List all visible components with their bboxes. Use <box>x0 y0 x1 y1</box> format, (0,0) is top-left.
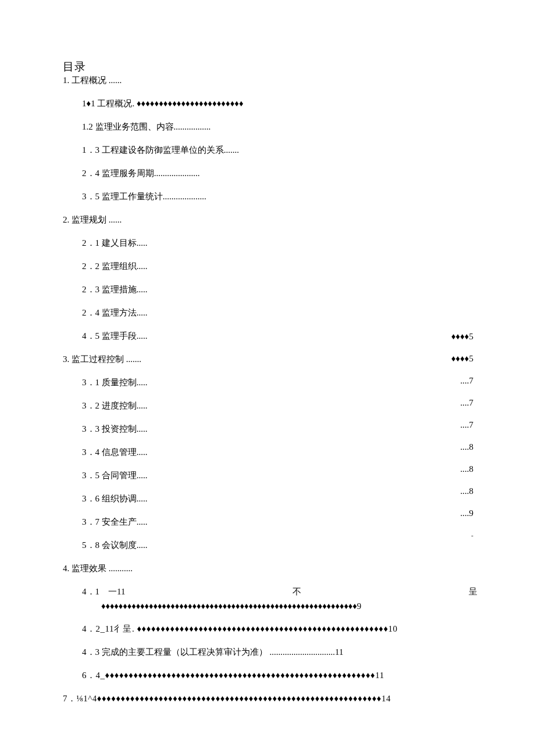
item-1-1: 1♦1 工程概况. ♦♦♦♦♦♦♦♦♦♦♦♦♦♦♦♦♦♦♦♦♦♦♦♦ <box>82 96 477 110</box>
item-4-1-line1: 4．1 一11 不 呈 <box>82 585 477 599</box>
item-3-4: 3．4 信息管理..... <box>82 445 477 459</box>
item-3-6: 3．6 组织协调..... <box>82 492 477 506</box>
toc-title: 目录 <box>63 60 477 73</box>
section-2: 2. 监理规划 ...... <box>63 213 477 227</box>
item-4-1-b: 不 <box>293 585 301 599</box>
item-2-2: 2．2 监理组织..... <box>82 259 477 273</box>
page-ref-6: ....8 <box>451 436 473 458</box>
document-page: 目录 1. 工程概况 ...... 1♦1 工程概况. ♦♦♦♦♦♦♦♦♦♦♦♦… <box>0 0 535 756</box>
page-ref-2: ♦♦♦♦5 <box>451 347 473 370</box>
item-2-3: 2．3 监理措施..... <box>82 282 477 296</box>
section-7: 7．⅛1^4♦♦♦♦♦♦♦♦♦♦♦♦♦♦♦♦♦♦♦♦♦♦♦♦♦♦♦♦♦♦♦♦♦♦… <box>63 691 477 705</box>
section-3: 3. 监工过程控制 ....... <box>63 352 477 366</box>
page-ref-3: ....7 <box>451 370 473 392</box>
page-number-column: ♦♦♦♦5 ♦♦♦♦5 ....7 ....7 ....7 ....8 ....… <box>451 325 473 546</box>
item-4-5: 4．5 监理手段..... <box>82 329 477 343</box>
page-ref-9: ....9 <box>451 502 473 524</box>
section-1: 1. 工程概况 ...... <box>63 73 477 87</box>
page-ref-8: ....8 <box>451 480 473 502</box>
item-1-3: 1．3 工程建设各防御监理单位的关系....... <box>82 143 477 157</box>
item-1-2: 1.2 监理业务范围、内容................. <box>82 120 477 134</box>
item-2-4b: 2．4 监理方法..... <box>82 306 477 320</box>
item-4-1-c: 呈 <box>469 585 477 599</box>
page-ref-5: ....7 <box>451 414 473 436</box>
page-ref-4: ....7 <box>451 392 473 414</box>
item-3-2: 3．2 进度控制..... <box>82 399 477 413</box>
page-ref-1: ♦♦♦♦5 <box>451 325 473 347</box>
item-3-3: 3．3 投资控制..... <box>82 422 477 436</box>
item-3-5b: 3．5 合同管理..... <box>82 468 477 482</box>
item-4-3: 4．3 完成的主要工程量（以工程决算审计为准） ................… <box>82 645 477 659</box>
item-2-4a: 2．4 监理服务周期..................... <box>82 166 477 180</box>
item-4-1-a: 4．1 一11 <box>82 585 125 599</box>
item-5-8: 5．8 会议制度..... <box>82 538 477 552</box>
item-4-2: 4．2_11彳呈. ♦♦♦♦♦♦♦♦♦♦♦♦♦♦♦♦♦♦♦♦♦♦♦♦♦♦♦♦♦♦… <box>82 622 477 636</box>
item-4-1-line2: ♦♦♦♦♦♦♦♦♦♦♦♦♦♦♦♦♦♦♦♦♦♦♦♦♦♦♦♦♦♦♦♦♦♦♦♦♦♦♦♦… <box>82 600 477 612</box>
item-3-7: 3．7 安全生产..... <box>82 515 477 529</box>
section-4: 4. 监理效果 ........... <box>63 561 477 575</box>
item-6-4: 6．4_♦♦♦♦♦♦♦♦♦♦♦♦♦♦♦♦♦♦♦♦♦♦♦♦♦♦♦♦♦♦♦♦♦♦♦♦… <box>82 668 477 682</box>
item-2-1: 2．1 建乂目标..... <box>82 236 477 250</box>
page-ref-7: ....8 <box>451 458 473 480</box>
page-ref-10: - <box>451 524 473 546</box>
item-3-5a: 3．5 监理工作量统计.................... <box>82 189 477 203</box>
item-3-1: 3．1 质量控制..... <box>82 375 477 389</box>
